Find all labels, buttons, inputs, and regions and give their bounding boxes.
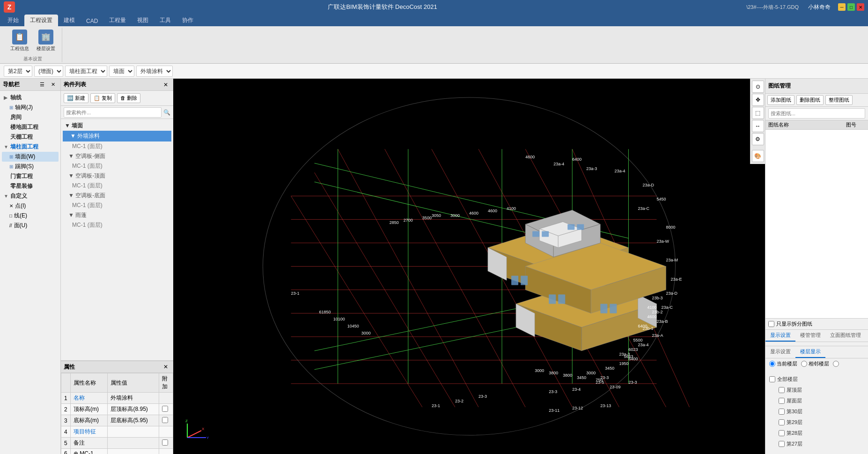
layer-roofface-item: 屋面层 <box>769 396 864 405</box>
tab-display-settings[interactable]: 显示设置 <box>765 330 795 342</box>
render-button[interactable]: 🎨 <box>752 150 764 162</box>
layer-all-check[interactable] <box>769 376 775 382</box>
view-settings-button[interactable]: ⚙ <box>752 133 764 145</box>
struct-category-wall[interactable]: ▼ 墙面 <box>63 121 171 131</box>
nav-item-wall[interactable]: ▼墙柱面工程 <box>2 142 59 152</box>
layer-29-check[interactable] <box>779 419 785 425</box>
only-show-split-check[interactable] <box>768 321 774 327</box>
tab-project-settings[interactable]: 工程设置 <box>24 15 58 26</box>
view-select[interactable]: (增面) <box>34 66 63 77</box>
prop-mc1-label[interactable]: ⊕ MC-1 <box>71 449 108 454</box>
delete-drawing-button[interactable]: 删除图纸 <box>796 95 824 105</box>
struct-item-ac-side[interactable]: ▼ 空调板-侧面 <box>63 151 171 161</box>
svg-text:23-09: 23-09 <box>610 385 620 389</box>
prop-top-height-check[interactable] <box>162 406 168 412</box>
nav-item-misc[interactable]: 零星装修 <box>2 181 59 191</box>
maximize-button[interactable]: □ <box>847 3 855 11</box>
layer-roofface-check[interactable] <box>779 398 785 404</box>
subtype-select[interactable]: 墙面 <box>109 66 134 77</box>
svg-text:5450: 5450 <box>657 197 666 201</box>
struct-item-ac-bottom[interactable]: ▼ 空调板-底面 <box>63 191 171 201</box>
drawings-search-input[interactable] <box>768 108 865 119</box>
project-info-button[interactable]: 📋 工程信息 <box>7 28 32 54</box>
tab-modeling[interactable]: 建模 <box>58 15 81 26</box>
svg-rect-50 <box>521 276 528 285</box>
nav-list-view-button[interactable]: ☰ <box>37 80 47 89</box>
svg-text:23-1: 23-1 <box>291 291 300 296</box>
nav-item-door-window[interactable]: 门窗工程 <box>2 171 59 181</box>
3d-viewport[interactable]: 23a-4 23a-3 23a-D 5450 23a-C 8000 6400 4… <box>173 79 765 454</box>
pan-button[interactable]: ✥ <box>752 94 764 106</box>
layer-30-check[interactable] <box>779 409 785 415</box>
nav-item-custom[interactable]: ▼自定义 <box>2 191 59 201</box>
struct-item-mc1-5[interactable]: MC-1 (面层) <box>63 220 171 230</box>
search-input[interactable] <box>64 107 162 118</box>
svg-text:23a-W: 23a-W <box>657 239 669 244</box>
struct-item-exterior-paint[interactable]: ▼ 外墙涂料 <box>63 131 171 141</box>
organize-drawing-button[interactable]: 整理图纸 <box>825 95 853 105</box>
struct-item-mc1-4[interactable]: MC-1 (面层) <box>63 201 171 210</box>
nav-item-grid[interactable]: ⊞ 轴网(J) <box>2 103 59 112</box>
prop-feature-label[interactable]: 项目特征 <box>71 426 108 438</box>
new-struct-button[interactable]: 🆕 新建 <box>64 93 88 103</box>
nav-item-floor[interactable]: 楼地面工程 <box>2 122 59 132</box>
nav-item-point[interactable]: ✕ 点(I) <box>2 201 59 211</box>
tab-collaborate[interactable]: 协作 <box>177 15 199 26</box>
nav-item-surface[interactable]: // 面(U) <box>2 221 59 231</box>
adjacent-floor-radio-label[interactable]: 相邻楼层 <box>801 360 829 367</box>
nav-item-room[interactable]: 房间 <box>2 112 59 122</box>
tab-quantities[interactable]: 工程量 <box>103 15 132 26</box>
nav-item-axis[interactable]: ▶轴线 <box>2 93 59 103</box>
copy-struct-button[interactable]: 📋 复制 <box>90 93 115 103</box>
svg-text:23a-B: 23a-B <box>657 319 668 324</box>
layer-28-check[interactable] <box>779 430 785 436</box>
tab-view[interactable]: 视图 <box>132 15 154 26</box>
prop-note-check[interactable] <box>162 439 168 446</box>
layer-roof-check[interactable] <box>779 387 785 393</box>
add-drawing-button[interactable]: 添加图纸 <box>767 95 794 105</box>
current-floor-radio[interactable] <box>769 361 775 367</box>
nav-item-baseboard[interactable]: ⊞ 踢脚(S) <box>2 162 59 171</box>
tab-tools[interactable]: 工具 <box>154 15 177 26</box>
struct-close-button[interactable]: ✕ <box>161 80 170 89</box>
floor-select[interactable]: 第2层 <box>4 66 32 77</box>
nav-item-line[interactable]: □ 线(E) <box>2 211 59 221</box>
material-select[interactable]: 外墙涂料 <box>136 66 173 77</box>
prop-bottom-height-check[interactable] <box>162 417 168 423</box>
svg-text:3450: 3450 <box>605 366 614 371</box>
type-select[interactable]: 墙柱面工程 <box>65 66 107 77</box>
prop-name-label[interactable]: 名称 <box>71 393 108 404</box>
svg-text:4100: 4100 <box>647 305 656 310</box>
svg-rect-52 <box>558 295 565 304</box>
current-floor-radio-label[interactable]: 当前楼层 <box>769 360 797 367</box>
props-table: 属性名称 属性值 附加 1 名称 外墙涂料 2 <box>61 373 173 454</box>
struct-item-ac-top[interactable]: ▼ 空调板-顶面 <box>63 171 171 181</box>
tab-start[interactable]: 开始 <box>2 15 24 26</box>
measure-button[interactable]: ↔ <box>752 120 764 132</box>
adjacent-floor-radio[interactable] <box>801 361 807 367</box>
struct-item-mc1-3[interactable]: MC-1 (面层) <box>63 181 171 191</box>
close-button[interactable]: ✕ <box>857 3 864 11</box>
nav-item-wall-face[interactable]: ⊞ 墙面(W) <box>2 152 59 162</box>
tab-cad[interactable]: CAD <box>81 16 103 26</box>
svg-text:2700: 2700 <box>404 218 413 223</box>
nav-item-ceiling[interactable]: 天棚工程 <box>2 132 59 142</box>
prop-top-height-value: 层顶标高(8.95) <box>108 404 159 415</box>
struct-item-mc1-1[interactable]: MC-1 (面层) <box>63 141 171 151</box>
struct-item-mc1-2[interactable]: MC-1 (面层) <box>63 161 171 171</box>
minimize-button[interactable]: ─ <box>838 3 846 11</box>
tab-elevation-drawings[interactable]: 立面图纸管理 <box>825 330 866 342</box>
delete-struct-button[interactable]: 🗑 删除 <box>117 93 140 103</box>
props-close-button[interactable]: ✕ <box>161 362 170 372</box>
select-box-button[interactable]: ⬚ <box>752 107 764 119</box>
subtab-display[interactable]: 显示设置 <box>765 346 795 358</box>
struct-item-canopy[interactable]: ▼ 雨蓬 <box>63 210 171 220</box>
floor-settings-button[interactable]: 🏢 楼层设置 <box>34 28 58 54</box>
nav-close-button[interactable]: ✕ <box>49 80 58 89</box>
all-floors-radio[interactable] <box>833 361 839 367</box>
zoom-extents-button[interactable]: ⊙ <box>752 81 764 93</box>
all-floors-radio-label[interactable] <box>833 361 839 367</box>
layer-27-check[interactable] <box>779 441 785 447</box>
subtab-floor-display[interactable]: 楼层显示 <box>795 346 825 358</box>
tab-floor-manage[interactable]: 楼管管理 <box>795 330 825 342</box>
